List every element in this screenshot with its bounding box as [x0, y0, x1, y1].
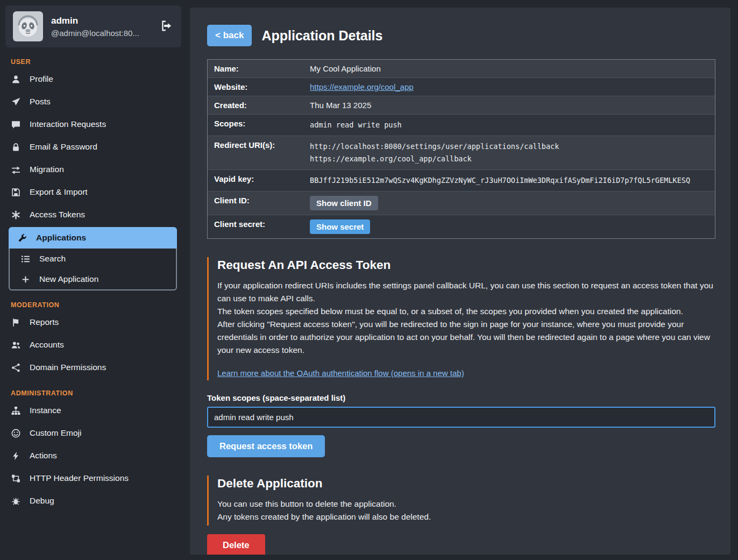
sidebar-item-domain-permissions[interactable]: Domain Permissions [0, 356, 186, 379]
sidebar-item-interaction-requests[interactable]: Interaction Requests [0, 113, 186, 136]
delete-paragraph-1: You can use this button to delete the ap… [217, 498, 715, 511]
delete-button[interactable]: Delete [207, 534, 265, 555]
detail-row-created: Created: Thu Mar 13 2025 [208, 96, 715, 115]
sidebar-item-label: Accounts [30, 340, 64, 350]
sidebar-item-new-application[interactable]: New Application [10, 269, 176, 289]
sidebar-section-moderation: MODERATION [11, 301, 186, 309]
main-area: < back Application Details Name: My Cool… [186, 0, 738, 560]
sidebar-item-label: Export & Import [30, 187, 88, 197]
sidebar-item-custom-emoji[interactable]: Custom Emoji [0, 422, 186, 444]
paper-plane-icon [11, 97, 21, 107]
asterisk-icon [11, 210, 21, 219]
request-token-paragraph-3: After clicking "Request access token", y… [217, 318, 715, 357]
sidebar-item-http-header-permissions[interactable]: HTTP Header Permissions [0, 467, 186, 490]
detail-row-website: Website: https://example.org/cool_app [208, 78, 715, 96]
detail-label: Scopes: [208, 115, 310, 136]
redirect-uri-1: http://localhost:8080/settings/user/appl… [310, 140, 713, 153]
sidebar-item-accounts[interactable]: Accounts [0, 334, 186, 356]
sidebar-item-label: New Application [39, 274, 98, 284]
detail-label: Website: [208, 78, 310, 96]
sidebar-item-profile[interactable]: Profile [0, 68, 186, 90]
applications-submenu: Search New Application [9, 249, 177, 290]
delete-paragraph-2: Any tokens created by the application wi… [217, 511, 715, 523]
redirect-uri-2: https://example.org/cool_app/callback [310, 153, 713, 165]
sidebar-item-label: Domain Permissions [30, 363, 106, 372]
show-client-id-button[interactable]: Show client ID [310, 196, 378, 210]
oauth-docs-link[interactable]: Learn more about the OAuth authenticatio… [217, 368, 464, 378]
plus-icon [20, 275, 31, 284]
user-name: admin [51, 16, 153, 26]
sidebar-item-instance[interactable]: Instance [0, 399, 186, 422]
request-token-title: Request An API Access Token [217, 258, 715, 272]
sidebar-item-reports[interactable]: Reports [0, 311, 186, 334]
page-title: Application Details [261, 28, 382, 44]
sidebar-nav-administration: Instance Custom Emoji Actions HTTP Heade… [0, 399, 186, 512]
sidebar-item-email-password[interactable]: Email & Password [0, 136, 186, 158]
detail-label: Client ID: [208, 192, 310, 215]
sidebar-item-label: Interaction Requests [30, 119, 106, 129]
sidebar-item-export-import[interactable]: Export & Import [0, 181, 186, 203]
vapid-key-value: BBJffJ219b5iE512m7wQSzv4KgKDhgZZVzNyWC_r… [310, 174, 713, 187]
detail-row-scopes: Scopes: admin read write push [208, 115, 715, 136]
sidebar-item-actions[interactable]: Actions [0, 444, 186, 467]
request-access-token-button[interactable]: Request access token [207, 435, 325, 457]
detail-label: Created: [208, 96, 310, 114]
scopes-value: admin read write push [310, 119, 713, 131]
detail-row-redirect-uris: Redirect URI(s): http://localhost:8080/s… [208, 136, 715, 170]
sidebar-item-migration[interactable]: Migration [0, 158, 186, 181]
sidebar-item-label: Instance [30, 406, 61, 415]
detail-row-client-secret: Client secret: Show secret [208, 215, 715, 238]
user-card[interactable]: admin @admin@localhost:80... [5, 5, 181, 47]
sitemap-icon [11, 406, 21, 415]
user-info: admin @admin@localhost:80... [51, 16, 153, 38]
page-header: < back Application Details [207, 25, 715, 46]
website-link[interactable]: https://example.org/cool_app [310, 82, 713, 91]
users-icon [11, 341, 21, 350]
floppy-disk-icon [11, 188, 21, 197]
application-name: My Cool Application [310, 64, 713, 73]
detail-row-name: Name: My Cool Application [208, 60, 715, 78]
show-secret-button[interactable]: Show secret [310, 219, 370, 234]
sidebar-item-debug[interactable]: Debug [0, 490, 186, 512]
sidebar-section-administration: ADMINISTRATION [11, 389, 186, 397]
sidebar-item-label: Applications [36, 233, 86, 243]
sidebar-group-applications: Applications Search New Application [9, 227, 177, 290]
sidebar-item-label: Access Tokens [30, 210, 85, 219]
wrench-icon [17, 233, 27, 243]
request-token-section: Request An API Access Token If your appl… [207, 257, 715, 380]
sidebar-item-label: Reports [30, 317, 59, 327]
application-details-table: Name: My Cool Application Website: https… [207, 59, 715, 239]
lock-icon [11, 143, 21, 152]
sidebar-item-access-tokens[interactable]: Access Tokens [0, 203, 186, 226]
sidebar: admin @admin@localhost:80... USER Profil… [0, 0, 186, 560]
delete-application-title: Delete Application [217, 477, 715, 491]
share-nodes-icon [11, 363, 21, 372]
sidebar-item-applications-search[interactable]: Search [10, 249, 176, 269]
back-button[interactable]: < back [207, 25, 252, 46]
sidebar-nav-user: Profile Posts Interaction Requests Email… [0, 68, 186, 290]
sidebar-item-label: Profile [30, 74, 53, 84]
detail-row-vapid-key: Vapid key: BBJffJ219b5iE512m7wQSzv4KgKDh… [208, 170, 715, 192]
sidebar-item-label: Migration [30, 165, 64, 174]
sidebar-item-label: HTTP Header Permissions [30, 473, 129, 483]
main-panel: < back Application Details Name: My Cool… [190, 8, 730, 555]
delete-application-section: Delete Application You can use this butt… [207, 476, 715, 526]
sidebar-item-applications[interactable]: Applications [9, 227, 177, 249]
detail-label: Vapid key: [208, 170, 310, 191]
flag-icon [11, 318, 21, 327]
token-scopes-input[interactable] [207, 407, 715, 428]
user-icon [11, 75, 21, 84]
sidebar-item-posts[interactable]: Posts [0, 90, 186, 113]
sidebar-item-label: Email & Password [30, 142, 97, 152]
logout-icon[interactable] [161, 20, 174, 33]
detail-label: Redirect URI(s): [208, 136, 310, 169]
sidebar-nav-moderation: Reports Accounts Domain Permissions [0, 311, 186, 379]
bolt-icon [11, 451, 21, 460]
sidebar-item-label: Custom Emoji [30, 428, 81, 438]
user-handle: @admin@localhost:80... [51, 29, 153, 38]
diagram-icon [11, 474, 21, 483]
sidebar-item-label: Posts [30, 97, 51, 107]
request-token-paragraph-1: If your application redirect URIs includ… [217, 279, 715, 305]
created-date: Thu Mar 13 2025 [310, 101, 713, 110]
request-token-paragraph-2: The token scopes specified below must be… [217, 305, 715, 318]
